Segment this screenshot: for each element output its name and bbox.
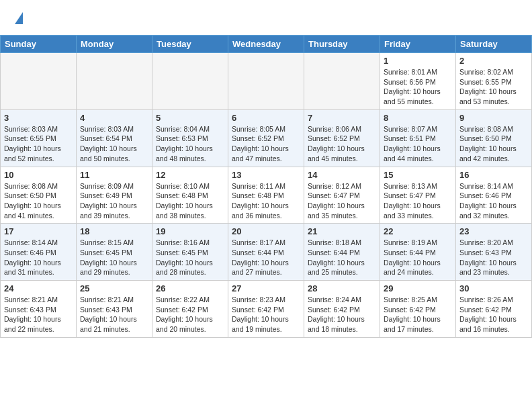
day-number: 20	[232, 226, 300, 236]
calendar-header-sunday: Sunday	[1, 36, 77, 53]
logo	[13, 12, 23, 26]
day-info: Sunrise: 8:11 AMSunset: 6:48 PMDaylight:…	[232, 181, 300, 221]
day-info: Sunrise: 8:02 AMSunset: 6:55 PMDaylight:…	[459, 67, 528, 107]
day-info: Sunrise: 8:01 AMSunset: 6:56 PMDaylight:…	[384, 67, 452, 107]
day-info: Sunrise: 8:09 AMSunset: 6:49 PMDaylight:…	[80, 181, 148, 221]
calendar-cell	[304, 53, 380, 110]
day-info: Sunrise: 8:24 AMSunset: 6:42 PMDaylight:…	[308, 295, 376, 334]
day-number: 14	[308, 170, 376, 180]
day-info: Sunrise: 8:16 AMSunset: 6:45 PMDaylight:…	[156, 238, 224, 277]
calendar-header-row: SundayMondayTuesdayWednesdayThursdayFrid…	[1, 36, 532, 53]
day-number: 8	[384, 113, 452, 123]
calendar-header-tuesday: Tuesday	[152, 36, 228, 53]
day-number: 26	[156, 283, 224, 293]
calendar-cell: 27Sunrise: 8:23 AMSunset: 6:42 PMDayligh…	[228, 281, 304, 338]
calendar-cell: 25Sunrise: 8:21 AMSunset: 6:43 PMDayligh…	[77, 281, 152, 338]
calendar-cell	[1, 53, 77, 110]
day-info: Sunrise: 8:14 AMSunset: 6:46 PMDaylight:…	[4, 238, 73, 277]
day-number: 22	[384, 226, 452, 236]
calendar-cell: 21Sunrise: 8:18 AMSunset: 6:44 PMDayligh…	[304, 224, 380, 281]
day-number: 23	[459, 226, 528, 236]
day-info: Sunrise: 8:08 AMSunset: 6:50 PMDaylight:…	[4, 181, 73, 221]
calendar-cell: 20Sunrise: 8:17 AMSunset: 6:44 PMDayligh…	[228, 224, 304, 281]
calendar-cell: 1Sunrise: 8:01 AMSunset: 6:56 PMDaylight…	[380, 53, 456, 110]
logo-triangle-icon	[15, 12, 23, 24]
calendar-week-3: 10Sunrise: 8:08 AMSunset: 6:50 PMDayligh…	[1, 167, 532, 224]
day-info: Sunrise: 8:03 AMSunset: 6:54 PMDaylight:…	[80, 124, 148, 164]
day-number: 1	[384, 56, 452, 66]
calendar-cell: 15Sunrise: 8:13 AMSunset: 6:47 PMDayligh…	[380, 167, 456, 224]
calendar-cell: 19Sunrise: 8:16 AMSunset: 6:45 PMDayligh…	[152, 224, 228, 281]
day-info: Sunrise: 8:04 AMSunset: 6:53 PMDaylight:…	[156, 124, 224, 164]
calendar-header-monday: Monday	[77, 36, 152, 53]
day-info: Sunrise: 8:12 AMSunset: 6:47 PMDaylight:…	[308, 181, 376, 221]
day-info: Sunrise: 8:17 AMSunset: 6:44 PMDaylight:…	[232, 238, 300, 277]
day-number: 3	[4, 113, 73, 123]
calendar-cell: 11Sunrise: 8:09 AMSunset: 6:49 PMDayligh…	[77, 167, 152, 224]
day-number: 7	[308, 113, 376, 123]
calendar-cell: 12Sunrise: 8:10 AMSunset: 6:48 PMDayligh…	[152, 167, 228, 224]
day-info: Sunrise: 8:23 AMSunset: 6:42 PMDaylight:…	[232, 295, 300, 334]
calendar-week-1: 1Sunrise: 8:01 AMSunset: 6:56 PMDaylight…	[1, 53, 532, 110]
calendar-cell: 22Sunrise: 8:19 AMSunset: 6:44 PMDayligh…	[380, 224, 456, 281]
calendar-cell: 28Sunrise: 8:24 AMSunset: 6:42 PMDayligh…	[304, 281, 380, 338]
day-number: 21	[308, 226, 376, 236]
day-number: 27	[232, 283, 300, 293]
calendar-header-wednesday: Wednesday	[228, 36, 304, 53]
calendar-cell: 29Sunrise: 8:25 AMSunset: 6:42 PMDayligh…	[380, 281, 456, 338]
day-info: Sunrise: 8:08 AMSunset: 6:50 PMDaylight:…	[459, 124, 528, 164]
calendar-cell: 5Sunrise: 8:04 AMSunset: 6:53 PMDaylight…	[152, 109, 228, 167]
calendar-cell: 14Sunrise: 8:12 AMSunset: 6:47 PMDayligh…	[304, 167, 380, 224]
calendar-cell: 24Sunrise: 8:21 AMSunset: 6:43 PMDayligh…	[1, 281, 77, 338]
calendar-cell	[152, 53, 228, 110]
calendar-cell: 9Sunrise: 8:08 AMSunset: 6:50 PMDaylight…	[456, 109, 532, 167]
calendar-cell: 7Sunrise: 8:06 AMSunset: 6:52 PMDaylight…	[304, 109, 380, 167]
day-number: 28	[308, 283, 376, 293]
day-info: Sunrise: 8:13 AMSunset: 6:47 PMDaylight:…	[384, 181, 452, 221]
day-number: 9	[459, 113, 528, 123]
day-info: Sunrise: 8:06 AMSunset: 6:52 PMDaylight:…	[308, 124, 376, 164]
calendar-table: SundayMondayTuesdayWednesdayThursdayFrid…	[0, 35, 532, 338]
calendar-week-4: 17Sunrise: 8:14 AMSunset: 6:46 PMDayligh…	[1, 224, 532, 281]
day-info: Sunrise: 8:22 AMSunset: 6:42 PMDaylight:…	[156, 295, 224, 334]
day-number: 11	[80, 170, 148, 180]
day-info: Sunrise: 8:21 AMSunset: 6:43 PMDaylight:…	[80, 295, 148, 334]
calendar-cell	[228, 53, 304, 110]
calendar-cell: 30Sunrise: 8:26 AMSunset: 6:42 PMDayligh…	[456, 281, 532, 338]
calendar-cell: 26Sunrise: 8:22 AMSunset: 6:42 PMDayligh…	[152, 281, 228, 338]
calendar-week-5: 24Sunrise: 8:21 AMSunset: 6:43 PMDayligh…	[1, 281, 532, 338]
day-info: Sunrise: 8:07 AMSunset: 6:51 PMDaylight:…	[384, 124, 452, 164]
day-info: Sunrise: 8:10 AMSunset: 6:48 PMDaylight:…	[156, 181, 224, 221]
day-info: Sunrise: 8:26 AMSunset: 6:42 PMDaylight:…	[459, 295, 528, 334]
calendar-cell: 17Sunrise: 8:14 AMSunset: 6:46 PMDayligh…	[1, 224, 77, 281]
day-number: 19	[156, 226, 224, 236]
calendar-cell: 6Sunrise: 8:05 AMSunset: 6:52 PMDaylight…	[228, 109, 304, 167]
calendar-header-friday: Friday	[380, 36, 456, 53]
calendar-cell: 10Sunrise: 8:08 AMSunset: 6:50 PMDayligh…	[1, 167, 77, 224]
calendar-header-saturday: Saturday	[456, 36, 532, 53]
day-info: Sunrise: 8:25 AMSunset: 6:42 PMDaylight:…	[384, 295, 452, 334]
header	[0, 0, 532, 32]
day-number: 16	[459, 170, 528, 180]
day-number: 13	[232, 170, 300, 180]
page: SundayMondayTuesdayWednesdayThursdayFrid…	[0, 0, 532, 411]
calendar-cell	[77, 53, 152, 110]
day-number: 4	[80, 113, 148, 123]
day-number: 2	[459, 56, 528, 66]
day-number: 6	[232, 113, 300, 123]
day-number: 15	[384, 170, 452, 180]
day-number: 30	[459, 283, 528, 293]
calendar-cell: 4Sunrise: 8:03 AMSunset: 6:54 PMDaylight…	[77, 109, 152, 167]
day-info: Sunrise: 8:14 AMSunset: 6:46 PMDaylight:…	[459, 181, 528, 221]
calendar-cell: 2Sunrise: 8:02 AMSunset: 6:55 PMDaylight…	[456, 53, 532, 110]
day-number: 25	[80, 283, 148, 293]
day-number: 18	[80, 226, 148, 236]
calendar-cell: 3Sunrise: 8:03 AMSunset: 6:55 PMDaylight…	[1, 109, 77, 167]
calendar-week-2: 3Sunrise: 8:03 AMSunset: 6:55 PMDaylight…	[1, 109, 532, 167]
day-info: Sunrise: 8:20 AMSunset: 6:43 PMDaylight:…	[459, 238, 528, 277]
day-number: 12	[156, 170, 224, 180]
day-info: Sunrise: 8:21 AMSunset: 6:43 PMDaylight:…	[4, 295, 73, 334]
calendar-cell: 16Sunrise: 8:14 AMSunset: 6:46 PMDayligh…	[456, 167, 532, 224]
day-info: Sunrise: 8:18 AMSunset: 6:44 PMDaylight:…	[308, 238, 376, 277]
day-info: Sunrise: 8:19 AMSunset: 6:44 PMDaylight:…	[384, 238, 452, 277]
